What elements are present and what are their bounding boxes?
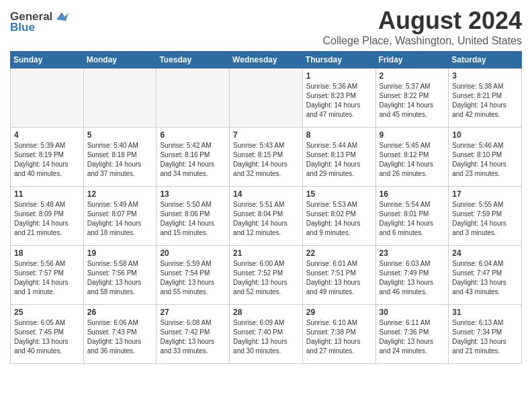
weekday-header-thursday: Thursday xyxy=(302,52,375,68)
subtitle: College Place, Washington, United States xyxy=(323,35,522,47)
week-row-5: 25Sunrise: 6:05 AM Sunset: 7:45 PM Dayli… xyxy=(11,305,522,364)
week-row-3: 11Sunrise: 5:48 AM Sunset: 8:09 PM Dayli… xyxy=(11,187,522,246)
day-cell: 6Sunrise: 5:42 AM Sunset: 8:16 PM Daylig… xyxy=(157,128,230,187)
day-number: 29 xyxy=(306,308,372,317)
day-number: 21 xyxy=(233,248,299,258)
day-info: Sunrise: 5:36 AM Sunset: 8:23 PM Dayligh… xyxy=(306,82,372,120)
day-info: Sunrise: 5:58 AM Sunset: 7:56 PM Dayligh… xyxy=(87,259,153,297)
day-info: Sunrise: 5:38 AM Sunset: 8:21 PM Dayligh… xyxy=(452,82,518,120)
day-number: 2 xyxy=(380,71,445,81)
day-number: 25 xyxy=(14,308,80,317)
day-cell: 31Sunrise: 6:13 AM Sunset: 7:34 PM Dayli… xyxy=(449,305,522,364)
day-number: 16 xyxy=(380,189,445,199)
day-number: 30 xyxy=(380,308,445,317)
day-info: Sunrise: 6:09 AM Sunset: 7:40 PM Dayligh… xyxy=(233,318,299,356)
day-number: 23 xyxy=(380,248,445,258)
day-info: Sunrise: 6:06 AM Sunset: 7:43 PM Dayligh… xyxy=(87,318,153,356)
day-cell: 9Sunrise: 5:45 AM Sunset: 8:12 PM Daylig… xyxy=(375,128,449,187)
day-cell: 15Sunrise: 5:53 AM Sunset: 8:02 PM Dayli… xyxy=(302,187,375,246)
day-number: 1 xyxy=(306,71,372,81)
day-cell xyxy=(230,68,303,128)
day-info: Sunrise: 5:51 AM Sunset: 8:04 PM Dayligh… xyxy=(233,200,299,238)
day-cell: 5Sunrise: 5:40 AM Sunset: 8:18 PM Daylig… xyxy=(83,128,157,187)
day-cell: 13Sunrise: 5:50 AM Sunset: 8:06 PM Dayli… xyxy=(157,187,230,246)
day-number: 6 xyxy=(160,130,226,140)
day-number: 15 xyxy=(306,189,372,199)
week-row-2: 4Sunrise: 5:39 AM Sunset: 8:19 PM Daylig… xyxy=(11,128,522,187)
logo-blue-text: Blue xyxy=(10,21,35,34)
day-number: 19 xyxy=(87,248,153,258)
day-info: Sunrise: 5:54 AM Sunset: 8:01 PM Dayligh… xyxy=(380,200,445,238)
day-cell: 16Sunrise: 5:54 AM Sunset: 8:01 PM Dayli… xyxy=(375,187,449,246)
day-info: Sunrise: 5:48 AM Sunset: 8:09 PM Dayligh… xyxy=(14,200,80,238)
day-cell: 25Sunrise: 6:05 AM Sunset: 7:45 PM Dayli… xyxy=(11,305,84,364)
weekday-header-friday: Friday xyxy=(375,52,449,68)
weekday-header-row: SundayMondayTuesdayWednesdayThursdayFrid… xyxy=(11,52,522,68)
day-cell: 14Sunrise: 5:51 AM Sunset: 8:04 PM Dayli… xyxy=(230,187,303,246)
day-number: 26 xyxy=(87,308,153,317)
day-info: Sunrise: 6:03 AM Sunset: 7:49 PM Dayligh… xyxy=(380,259,445,297)
day-number: 8 xyxy=(306,130,372,140)
weekday-header-tuesday: Tuesday xyxy=(157,52,230,68)
day-info: Sunrise: 5:37 AM Sunset: 8:22 PM Dayligh… xyxy=(380,82,445,120)
day-number: 11 xyxy=(14,189,80,199)
day-cell: 12Sunrise: 5:49 AM Sunset: 8:07 PM Dayli… xyxy=(83,187,157,246)
header: General Blue August 2024 College Place, … xyxy=(10,7,522,47)
day-info: Sunrise: 5:39 AM Sunset: 8:19 PM Dayligh… xyxy=(14,141,80,179)
day-number: 10 xyxy=(452,130,518,140)
day-cell: 7Sunrise: 5:43 AM Sunset: 8:15 PM Daylig… xyxy=(230,128,303,187)
day-info: Sunrise: 6:05 AM Sunset: 7:45 PM Dayligh… xyxy=(14,318,80,356)
day-cell: 17Sunrise: 5:55 AM Sunset: 7:59 PM Dayli… xyxy=(449,187,522,246)
day-cell: 11Sunrise: 5:48 AM Sunset: 8:09 PM Dayli… xyxy=(11,187,84,246)
day-cell: 1Sunrise: 5:36 AM Sunset: 8:23 PM Daylig… xyxy=(302,68,375,128)
day-info: Sunrise: 6:08 AM Sunset: 7:42 PM Dayligh… xyxy=(160,318,226,356)
day-cell: 19Sunrise: 5:58 AM Sunset: 7:56 PM Dayli… xyxy=(83,246,157,305)
day-cell: 28Sunrise: 6:09 AM Sunset: 7:40 PM Dayli… xyxy=(230,305,303,364)
day-number: 18 xyxy=(14,248,80,258)
day-info: Sunrise: 5:44 AM Sunset: 8:13 PM Dayligh… xyxy=(306,141,372,179)
day-cell: 2Sunrise: 5:37 AM Sunset: 8:22 PM Daylig… xyxy=(375,68,449,128)
weekday-header-wednesday: Wednesday xyxy=(230,52,303,68)
day-cell: 18Sunrise: 5:56 AM Sunset: 7:57 PM Dayli… xyxy=(11,246,84,305)
day-cell: 21Sunrise: 6:00 AM Sunset: 7:52 PM Dayli… xyxy=(230,246,303,305)
day-info: Sunrise: 5:59 AM Sunset: 7:54 PM Dayligh… xyxy=(160,259,226,297)
day-info: Sunrise: 5:43 AM Sunset: 8:15 PM Dayligh… xyxy=(233,141,299,179)
day-number: 4 xyxy=(14,130,80,140)
day-cell: 26Sunrise: 6:06 AM Sunset: 7:43 PM Dayli… xyxy=(83,305,157,364)
day-info: Sunrise: 5:50 AM Sunset: 8:06 PM Dayligh… xyxy=(160,200,226,238)
day-number: 7 xyxy=(233,130,299,140)
day-number: 20 xyxy=(160,248,226,258)
day-cell: 24Sunrise: 6:04 AM Sunset: 7:47 PM Dayli… xyxy=(449,246,522,305)
day-info: Sunrise: 6:01 AM Sunset: 7:51 PM Dayligh… xyxy=(306,259,372,297)
day-number: 3 xyxy=(452,71,518,81)
weekday-header-monday: Monday xyxy=(83,52,157,68)
day-info: Sunrise: 5:46 AM Sunset: 8:10 PM Dayligh… xyxy=(452,141,518,179)
day-number: 31 xyxy=(452,308,518,317)
day-info: Sunrise: 5:53 AM Sunset: 8:02 PM Dayligh… xyxy=(306,200,372,238)
day-info: Sunrise: 5:45 AM Sunset: 8:12 PM Dayligh… xyxy=(380,141,445,179)
day-cell: 8Sunrise: 5:44 AM Sunset: 8:13 PM Daylig… xyxy=(302,128,375,187)
day-info: Sunrise: 5:40 AM Sunset: 8:18 PM Dayligh… xyxy=(87,141,153,179)
day-number: 22 xyxy=(306,248,372,258)
day-cell: 3Sunrise: 5:38 AM Sunset: 8:21 PM Daylig… xyxy=(449,68,522,128)
weekday-header-sunday: Sunday xyxy=(11,52,84,68)
day-info: Sunrise: 5:56 AM Sunset: 7:57 PM Dayligh… xyxy=(14,259,80,297)
week-row-1: 1Sunrise: 5:36 AM Sunset: 8:23 PM Daylig… xyxy=(11,68,522,128)
day-cell: 4Sunrise: 5:39 AM Sunset: 8:19 PM Daylig… xyxy=(11,128,84,187)
calendar: SundayMondayTuesdayWednesdayThursdayFrid… xyxy=(10,51,522,364)
week-row-4: 18Sunrise: 5:56 AM Sunset: 7:57 PM Dayli… xyxy=(11,246,522,305)
day-number: 17 xyxy=(452,189,518,199)
day-cell xyxy=(157,68,230,128)
day-number: 5 xyxy=(87,130,153,140)
day-number: 24 xyxy=(452,248,518,258)
day-cell: 27Sunrise: 6:08 AM Sunset: 7:42 PM Dayli… xyxy=(157,305,230,364)
day-cell: 23Sunrise: 6:03 AM Sunset: 7:49 PM Dayli… xyxy=(375,246,449,305)
day-cell xyxy=(83,68,157,128)
day-number: 14 xyxy=(233,189,299,199)
day-info: Sunrise: 6:13 AM Sunset: 7:34 PM Dayligh… xyxy=(452,318,518,356)
day-info: Sunrise: 6:04 AM Sunset: 7:47 PM Dayligh… xyxy=(452,259,518,297)
day-info: Sunrise: 5:55 AM Sunset: 7:59 PM Dayligh… xyxy=(452,200,518,238)
main-title: August 2024 xyxy=(323,7,522,35)
day-info: Sunrise: 6:11 AM Sunset: 7:36 PM Dayligh… xyxy=(380,318,445,356)
day-cell: 29Sunrise: 6:10 AM Sunset: 7:38 PM Dayli… xyxy=(302,305,375,364)
